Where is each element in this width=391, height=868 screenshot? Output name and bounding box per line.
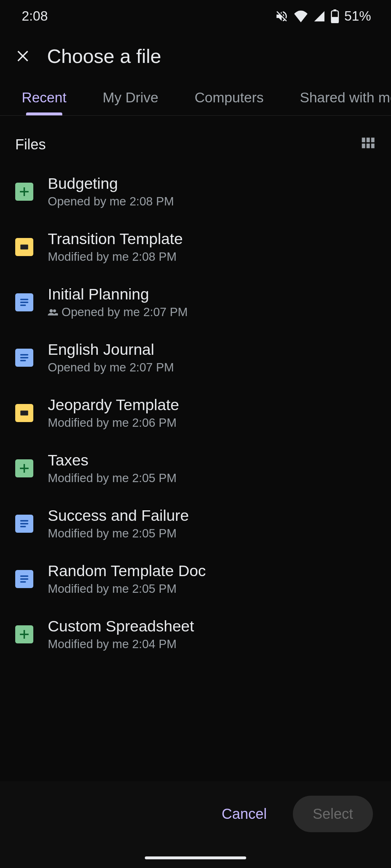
slides-icon (15, 238, 33, 256)
file-item[interactable]: Custom Spreadsheet Modified by me 2:04 P… (0, 607, 391, 662)
cancel-button[interactable]: Cancel (206, 796, 282, 832)
file-item[interactable]: Success and Failure Modified by me 2:05 … (0, 496, 391, 551)
file-info: Transition Template Modified by me 2:08 … (48, 230, 183, 264)
docs-icon (15, 293, 33, 311)
app-header: Choose a file (0, 33, 391, 80)
grid-view-button[interactable] (360, 136, 376, 153)
page-title: Choose a file (47, 45, 161, 67)
section-header: Files (0, 116, 391, 164)
file-meta: Modified by me 2:05 PM (48, 582, 206, 596)
file-info: Jeopardy Template Modified by me 2:06 PM (48, 396, 179, 430)
file-name: Random Template Doc (48, 562, 206, 580)
svg-rect-13 (20, 244, 28, 249)
docs-icon (15, 570, 33, 588)
svg-rect-6 (366, 138, 370, 142)
file-meta: Modified by me 2:04 PM (48, 637, 194, 651)
file-info: Random Template Doc Modified by me 2:05 … (48, 562, 206, 596)
file-name: Taxes (48, 451, 177, 469)
status-icons: 51% (275, 9, 371, 24)
sheets-icon (15, 459, 33, 477)
mute-icon (275, 9, 289, 23)
file-item[interactable]: English Journal Opened by me 2:07 PM (0, 330, 391, 385)
svg-rect-2 (331, 17, 338, 23)
file-info: Budgeting Opened by me 2:08 PM (48, 175, 174, 208)
tab-shared-with-me[interactable]: Shared with me (282, 80, 391, 115)
svg-rect-8 (362, 144, 365, 148)
file-item[interactable]: Random Template Doc Modified by me 2:05 … (0, 551, 391, 607)
svg-rect-5 (362, 138, 365, 142)
status-bar: 2:08 51% (0, 0, 391, 33)
file-name: Initial Planning (48, 285, 188, 303)
file-meta: Modified by me 2:08 PM (48, 250, 183, 264)
file-meta: Opened by me 2:07 PM (48, 305, 188, 319)
battery-icon (331, 9, 339, 23)
file-meta: Modified by me 2:05 PM (48, 471, 177, 485)
sheets-icon (15, 183, 33, 201)
wifi-icon (294, 10, 308, 22)
file-info: Success and Failure Modified by me 2:05 … (48, 507, 189, 540)
svg-rect-10 (371, 144, 374, 148)
file-meta: Opened by me 2:08 PM (48, 195, 174, 208)
close-button[interactable] (14, 48, 31, 64)
file-item[interactable]: Initial Planning Opened by me 2:07 PM (0, 275, 391, 330)
svg-rect-7 (371, 138, 374, 142)
file-item[interactable]: Jeopardy Template Modified by me 2:06 PM (0, 385, 391, 441)
file-name: English Journal (48, 341, 174, 358)
section-title: Files (15, 136, 46, 153)
svg-point-18 (53, 309, 56, 312)
select-button[interactable]: Select (293, 796, 373, 832)
file-meta: Modified by me 2:06 PM (48, 416, 179, 430)
svg-point-17 (50, 309, 53, 312)
signal-icon (313, 10, 325, 22)
svg-rect-22 (20, 410, 28, 415)
file-item[interactable]: Transition Template Modified by me 2:08 … (0, 219, 391, 275)
file-info: Taxes Modified by me 2:05 PM (48, 451, 177, 485)
file-list: Budgeting Opened by me 2:08 PM Transitio… (0, 164, 391, 662)
file-meta: Opened by me 2:07 PM (48, 361, 174, 374)
docs-icon (15, 515, 33, 533)
file-item[interactable]: Budgeting Opened by me 2:08 PM (0, 164, 391, 219)
file-item[interactable]: Taxes Modified by me 2:05 PM (0, 441, 391, 496)
battery-percent: 51% (344, 9, 371, 24)
tab-my-drive[interactable]: My Drive (85, 80, 177, 115)
file-name: Budgeting (48, 175, 174, 192)
tab-computers[interactable]: Computers (176, 80, 282, 115)
svg-rect-9 (366, 144, 370, 148)
close-icon (16, 49, 30, 63)
file-meta: Modified by me 2:05 PM (48, 527, 189, 540)
bottom-bar: Cancel Select (0, 781, 391, 868)
grid-icon (360, 136, 376, 152)
file-info: Custom Spreadsheet Modified by me 2:04 P… (48, 617, 194, 651)
file-info: Initial Planning Opened by me 2:07 PM (48, 285, 188, 319)
tab-recent[interactable]: Recent (4, 80, 85, 115)
sheets-icon (15, 625, 33, 643)
file-meta-text: Opened by me 2:07 PM (62, 305, 188, 319)
file-name: Transition Template (48, 230, 183, 248)
file-name: Success and Failure (48, 507, 189, 524)
status-time: 2:08 (22, 9, 48, 24)
file-info: English Journal Opened by me 2:07 PM (48, 341, 174, 374)
file-name: Jeopardy Template (48, 396, 179, 414)
docs-icon (15, 349, 33, 367)
slides-icon (15, 404, 33, 422)
nav-handle[interactable] (145, 856, 246, 859)
file-name: Custom Spreadsheet (48, 617, 194, 635)
shared-icon (48, 309, 58, 316)
tabs: Recent My Drive Computers Shared with me (0, 80, 391, 116)
